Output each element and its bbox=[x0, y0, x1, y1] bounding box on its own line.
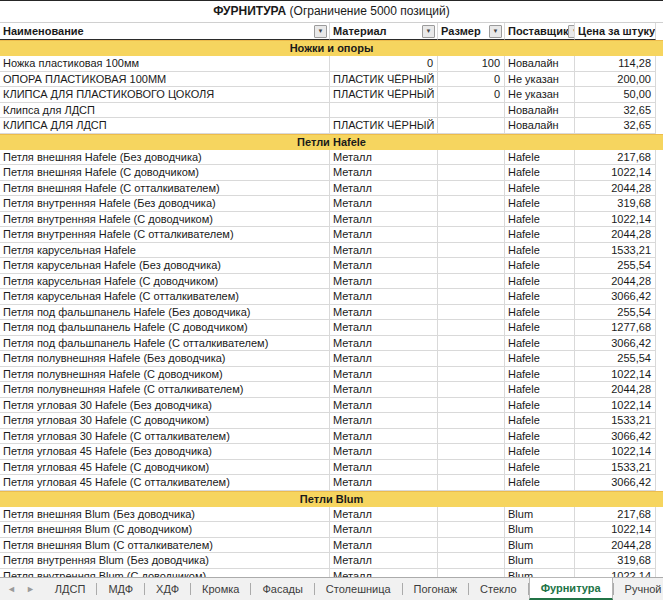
column-header-material[interactable]: Материал ▼ bbox=[330, 23, 438, 40]
cell-price[interactable]: 1022,14 bbox=[575, 398, 656, 414]
cell-name[interactable]: Петля угловая 45 Hafele (Без доводчика) bbox=[0, 444, 330, 460]
cell-size[interactable] bbox=[438, 398, 505, 414]
cell-name[interactable]: Петля карусельная Hafele (С доводчиком) bbox=[0, 274, 330, 290]
cell-name[interactable]: Петля внешняя Hafele (Без доводчика) bbox=[0, 150, 330, 166]
cell-size[interactable] bbox=[438, 150, 505, 166]
cell-material[interactable]: Металл bbox=[330, 507, 438, 523]
cell-name[interactable]: КЛИПСА ДЛЯ ПЛАСТИКОВОГО ЦОКОЛЯ bbox=[0, 87, 330, 103]
cell-name[interactable]: Петля внешняя Blum (С доводчиком) bbox=[0, 522, 330, 538]
cell-price[interactable]: 2044,28 bbox=[575, 227, 656, 243]
cell-price[interactable]: 3066,42 bbox=[575, 429, 656, 445]
cell-price[interactable]: 3066,42 bbox=[575, 336, 656, 352]
cell-size[interactable] bbox=[438, 165, 505, 181]
cell-material[interactable]: Металл bbox=[330, 460, 438, 476]
cell-price[interactable]: 1022,14 bbox=[575, 212, 656, 228]
cell-material[interactable]: Металл bbox=[330, 258, 438, 274]
cell-name[interactable]: Петля внутренняя Hafele (С доводчиком) bbox=[0, 212, 330, 228]
cell-price[interactable]: 1533,21 bbox=[575, 243, 656, 259]
cell-size[interactable]: 100 bbox=[438, 56, 505, 72]
cell-name[interactable]: Петля полувнешняя Hafele (С отталкивател… bbox=[0, 382, 330, 398]
cell-price[interactable]: 255,54 bbox=[575, 305, 656, 321]
cell-supplier[interactable]: Blum bbox=[505, 522, 575, 538]
cell-size[interactable] bbox=[438, 444, 505, 460]
cell-size[interactable] bbox=[438, 553, 505, 569]
cell-supplier[interactable]: Hafele bbox=[505, 305, 575, 321]
filter-button[interactable]: ▼ bbox=[314, 25, 327, 38]
cell-supplier[interactable]: Hafele bbox=[505, 367, 575, 383]
filter-button[interactable]: ▼ bbox=[568, 25, 575, 38]
cell-name[interactable]: Петля внешняя Hafele (С доводчиком) bbox=[0, 165, 330, 181]
cell-material[interactable]: ПЛАСТИК ЧЁРНЫЙ bbox=[330, 72, 438, 88]
filter-button[interactable]: ▼ bbox=[489, 25, 502, 38]
cell-size[interactable] bbox=[438, 289, 505, 305]
cell-supplier[interactable]: Hafele bbox=[505, 398, 575, 414]
cell-name[interactable]: Петля внешняя Hafele (С отталкивателем) bbox=[0, 181, 330, 197]
column-header-price[interactable]: Цена за штуку ▼ bbox=[575, 23, 656, 40]
cell-name[interactable]: Ножка пластиковая 100мм bbox=[0, 56, 330, 72]
cell-price[interactable]: 1022,14 bbox=[575, 367, 656, 383]
sheet-tab[interactable]: МДФ bbox=[97, 578, 144, 600]
cell-material[interactable]: ПЛАСТИК ЧЁРНЫЙ bbox=[330, 87, 438, 103]
cell-supplier[interactable]: Не указан bbox=[505, 72, 575, 88]
sheet-tab[interactable]: Столешница bbox=[315, 578, 402, 600]
cell-supplier[interactable]: Hafele bbox=[505, 289, 575, 305]
cell-name[interactable]: Петля угловая 30 Hafele (С доводчиком) bbox=[0, 413, 330, 429]
cell-price[interactable]: 217,68 bbox=[575, 150, 656, 166]
cell-price[interactable]: 319,68 bbox=[575, 196, 656, 212]
cell-size[interactable] bbox=[438, 336, 505, 352]
cell-material[interactable]: Металл bbox=[330, 538, 438, 554]
cell-price[interactable]: 2044,28 bbox=[575, 274, 656, 290]
cell-supplier[interactable]: Hafele bbox=[505, 444, 575, 460]
cell-price[interactable]: 1022,14 bbox=[575, 522, 656, 538]
cell-material[interactable]: Металл bbox=[330, 382, 438, 398]
cell-name[interactable]: Петля внутренняя Blum (Без доводчика) bbox=[0, 553, 330, 569]
cell-name[interactable]: Петля под фальшпанель Hafele (С доводчик… bbox=[0, 320, 330, 336]
cell-name[interactable]: Петля полувнешняя Hafele (Без доводчика) bbox=[0, 351, 330, 367]
cell-price[interactable]: 255,54 bbox=[575, 351, 656, 367]
cell-size[interactable] bbox=[438, 118, 505, 134]
cell-name[interactable]: ОПОРА ПЛАСТИКОВАЯ 100ММ bbox=[0, 72, 330, 88]
cell-name[interactable]: Петля угловая 45 Hafele (С доводчиком) bbox=[0, 460, 330, 476]
cell-size[interactable] bbox=[438, 243, 505, 259]
sheet-tab[interactable]: Погонаж bbox=[403, 578, 468, 600]
cell-size[interactable] bbox=[438, 429, 505, 445]
cell-material[interactable]: Металл bbox=[330, 429, 438, 445]
cell-supplier[interactable]: Hafele bbox=[505, 460, 575, 476]
cell-supplier[interactable]: Hafele bbox=[505, 258, 575, 274]
cell-supplier[interactable]: Hafele bbox=[505, 382, 575, 398]
cell-size[interactable] bbox=[438, 196, 505, 212]
cell-material[interactable]: Металл bbox=[330, 444, 438, 460]
cell-material[interactable]: Металл bbox=[330, 413, 438, 429]
cell-price[interactable]: 2044,28 bbox=[575, 538, 656, 554]
cell-material[interactable]: Металл bbox=[330, 320, 438, 336]
cell-supplier[interactable]: Blum bbox=[505, 507, 575, 523]
cell-supplier[interactable]: Hafele bbox=[505, 475, 575, 491]
cell-name[interactable]: Петля карусельная Hafele (С отталкивател… bbox=[0, 289, 330, 305]
cell-size[interactable]: 0 bbox=[438, 87, 505, 103]
sheet-tab[interactable]: ХДФ bbox=[145, 578, 190, 600]
cell-size[interactable] bbox=[438, 258, 505, 274]
cell-size[interactable] bbox=[438, 320, 505, 336]
cell-price[interactable]: 3066,42 bbox=[575, 475, 656, 491]
sheet-tab[interactable]: Кромка bbox=[191, 578, 250, 600]
cell-material[interactable]: Металл bbox=[330, 227, 438, 243]
cell-name[interactable]: Петля угловая 30 Hafele (Без доводчика) bbox=[0, 398, 330, 414]
cell-material[interactable]: Металл bbox=[330, 475, 438, 491]
cell-supplier[interactable]: Hafele bbox=[505, 274, 575, 290]
cell-name[interactable]: Петля карусельная Hafele bbox=[0, 243, 330, 259]
cell-name[interactable]: Петля под фальшпанель Hafele (С отталкив… bbox=[0, 336, 330, 352]
cell-material[interactable] bbox=[330, 103, 438, 119]
section-header-row[interactable]: Петли Blum bbox=[0, 491, 663, 507]
cell-material[interactable]: ПЛАСТИК ЧЁРНЫЙ bbox=[330, 118, 438, 134]
cell-material[interactable]: Металл bbox=[330, 150, 438, 166]
column-header-supplier[interactable]: Поставщик ▼ bbox=[505, 23, 575, 40]
prev-sheet-arrow-icon[interactable]: ◄ bbox=[7, 585, 16, 594]
cell-material[interactable]: Металл bbox=[330, 305, 438, 321]
cell-supplier[interactable]: Hafele bbox=[505, 243, 575, 259]
cell-supplier[interactable]: Hafele bbox=[505, 212, 575, 228]
cell-price[interactable]: 114,28 bbox=[575, 56, 656, 72]
cell-price[interactable]: 50,00 bbox=[575, 87, 656, 103]
cell-supplier[interactable]: Hafele bbox=[505, 413, 575, 429]
cell-size[interactable] bbox=[438, 212, 505, 228]
column-header-name[interactable]: Наименование ▼ bbox=[0, 23, 330, 40]
